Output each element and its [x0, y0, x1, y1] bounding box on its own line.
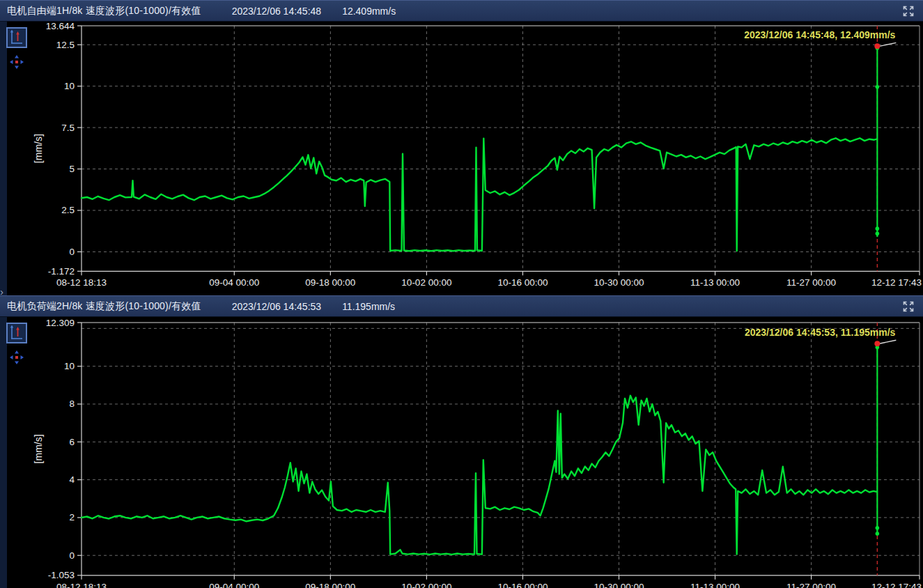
- trend-chart-panel-1: 13.64412.5107.552.50-1.172[mm/s]08-12 18…: [0, 22, 923, 295]
- panel1-timestamp: 2023/12/06 14:45:48: [232, 6, 321, 17]
- panel2-timestamp: 2023/12/06 14:45:53: [232, 301, 321, 312]
- axis-scale-tool-icon: [8, 29, 26, 47]
- panel2-expand-button[interactable]: [899, 299, 917, 314]
- y-tick-label: 5: [69, 164, 75, 174]
- y-tick-label: 10: [64, 81, 75, 91]
- x-tick-label: 10-02 00:00: [401, 582, 451, 588]
- expand-arrows-icon: [902, 300, 915, 313]
- y-axis-unit-label: [mm/s]: [33, 134, 44, 163]
- panel1-expand-button[interactable]: [899, 3, 917, 19]
- x-tick-label: 08-12 18:13: [56, 277, 107, 288]
- y-tick-label: 4: [69, 474, 75, 485]
- x-tick-label: 09-18 00:00: [305, 582, 355, 588]
- y-tick-label: 6: [69, 437, 75, 447]
- panel2-title: 电机负荷端2H/8k 速度波形(10-1000)/有效值: [7, 300, 201, 313]
- y-tick-label: 7.5: [61, 123, 75, 133]
- trend-line: [82, 396, 877, 555]
- marker-pointer-line: [879, 340, 896, 343]
- burst-dot: [876, 85, 880, 89]
- x-tick-label: 12-12 17:43: [871, 582, 922, 588]
- pan-move-tool-icon: [10, 350, 24, 364]
- trend-chart-panel-2: 12.3091086420-1.053[mm/s]08-12 18:1309-0…: [0, 317, 923, 588]
- panel1-title: 电机自由端1H/8k 速度波形(10-1000)/有效值: [7, 5, 201, 17]
- panel-splitter-handle[interactable]: ›: [0, 286, 8, 298]
- x-tick-label: 11-13 00:00: [690, 582, 740, 588]
- y-tick-label: 2.5: [61, 205, 75, 215]
- burst-dot: [876, 526, 880, 530]
- panel2-current-value: 11.195mm/s: [342, 301, 395, 312]
- x-tick-label: 10-30 00:00: [594, 582, 644, 588]
- axis-scale-tool-icon: [8, 324, 26, 342]
- y-tick-label: 8: [69, 399, 75, 409]
- cursor-annotation: 2023/12/06 14:45:53, 11.195mm/s: [745, 327, 896, 338]
- x-tick-label: 09-04 00:00: [209, 277, 259, 288]
- y-tick-label: 0: [69, 550, 75, 561]
- selected-point-marker: [874, 341, 880, 346]
- pan-move-tool-button[interactable]: [10, 350, 24, 364]
- y-tick-label: 12.5: [56, 40, 75, 50]
- x-tick-label: 09-04 00:00: [209, 582, 259, 588]
- axis-scale-tool-button[interactable]: [6, 323, 27, 343]
- app-window: 电机自由端1H/8k 速度波形(10-1000)/有效值 2023/12/06 …: [0, 0, 923, 588]
- x-tick-label: 09-18 00:00: [305, 277, 355, 288]
- panel2-titlebar: 电机负荷端2H/8k 速度波形(10-1000)/有效值 2023/12/06 …: [0, 295, 923, 317]
- burst-dot: [876, 226, 880, 231]
- expand-arrows-icon: [902, 5, 915, 17]
- y-axis-unit-label: [mm/s]: [33, 434, 44, 463]
- x-tick-label: 10-16 00:00: [497, 582, 548, 588]
- burst-dot: [876, 231, 880, 235]
- y-tick-label: 10: [64, 361, 75, 371]
- y-tick-label: 12.309: [46, 318, 75, 328]
- panel1-titlebar: 电机自由端1H/8k 速度波形(10-1000)/有效值 2023/12/06 …: [0, 0, 923, 22]
- pan-move-tool-button[interactable]: [10, 55, 24, 69]
- x-tick-label: 10-30 00:00: [594, 277, 644, 288]
- y-tick-label: 0: [69, 247, 75, 257]
- y-tick-label: -1.172: [48, 266, 75, 277]
- x-tick-label: 10-16 00:00: [497, 277, 548, 288]
- x-tick-label: 12-12 17:43: [871, 277, 922, 288]
- x-tick-label: 10-02 00:00: [401, 277, 451, 288]
- y-tick-label: 2: [69, 512, 75, 523]
- y-tick-label: -1.053: [48, 570, 75, 580]
- axis-scale-tool-button[interactable]: [6, 27, 27, 48]
- trend-chart-1[interactable]: 13.64412.5107.552.50-1.172[mm/s]08-12 18…: [0, 22, 923, 295]
- marker-pointer-line: [879, 42, 896, 46]
- trend-chart-2[interactable]: 12.3091086420-1.053[mm/s]08-12 18:1309-0…: [0, 317, 923, 588]
- selected-point-marker: [874, 43, 880, 49]
- x-tick-label: 11-13 00:00: [690, 277, 740, 288]
- x-tick-label: 11-27 00:00: [786, 277, 836, 288]
- trend-line: [82, 138, 877, 251]
- cursor-annotation: 2023/12/06 14:45:48, 12.409mm/s: [744, 29, 895, 40]
- pan-move-tool-icon: [10, 55, 24, 69]
- y-tick-label: 13.644: [46, 22, 75, 31]
- burst-dot: [876, 532, 880, 536]
- x-tick-label: 08-12 18:13: [56, 582, 107, 588]
- panel1-current-value: 12.409mm/s: [342, 6, 396, 17]
- x-tick-label: 11-27 00:00: [786, 582, 836, 588]
